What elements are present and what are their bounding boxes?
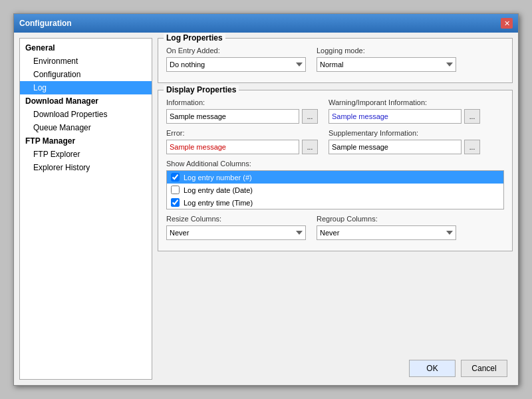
logging-mode-select[interactable]: Normal Verbose Silent xyxy=(317,57,456,72)
error-field: Error: ... xyxy=(166,129,318,154)
display-row-1: Information: ... Warning/Imporant Inform… xyxy=(166,98,504,124)
resize-label: Resize Columns: xyxy=(166,215,306,223)
regroup-field: Regroup Columns: Never Always xyxy=(317,215,456,240)
supplementary-field: Supplementary Information: ... xyxy=(329,129,480,154)
additional-columns-group: Show Additional Columns: Log entry numbe… xyxy=(166,160,504,209)
supplementary-input[interactable] xyxy=(329,140,462,154)
supplementary-browse-btn[interactable]: ... xyxy=(464,140,480,154)
on-entry-field: On Entry Added: Do nothing Beep Flash wi… xyxy=(166,47,306,72)
sidebar-group-general: General xyxy=(20,41,152,55)
supplementary-label: Supplementary Information: xyxy=(329,129,480,137)
columns-list: Log entry number (#) Log entry date (Dat… xyxy=(166,170,504,209)
sidebar-group-download: Download Manager xyxy=(20,94,152,108)
column-checkbox-time[interactable] xyxy=(171,198,180,207)
information-input-row: ... xyxy=(166,109,318,124)
sidebar-item-download-properties[interactable]: Download Properties xyxy=(20,108,152,121)
main-content: Log Properties On Entry Added: Do nothin… xyxy=(158,38,513,380)
column-label-date: Log entry date (Date) xyxy=(184,186,253,194)
error-input[interactable] xyxy=(166,140,299,154)
sidebar-item-explorer-history[interactable]: Explorer History xyxy=(20,161,152,174)
bottom-buttons: OK Cancel xyxy=(158,357,513,380)
column-item-date[interactable]: Log entry date (Date) xyxy=(167,184,503,196)
warning-label: Warning/Imporant Information: xyxy=(329,98,480,106)
column-item-number[interactable]: Log entry number (#) xyxy=(167,171,503,184)
display-properties-section: Display Properties Information: ... Wa xyxy=(158,90,513,251)
column-label-time: Log entry time (Time) xyxy=(184,199,253,207)
supplementary-input-row: ... xyxy=(329,140,480,154)
logging-mode-label: Logging mode: xyxy=(317,47,456,55)
error-label: Error: xyxy=(166,129,318,137)
sidebar-item-queue-manager[interactable]: Queue Manager xyxy=(20,121,152,134)
window-body: General Environment Configuration Log Do… xyxy=(14,33,518,385)
sidebar-group-ftp: FTP Manager xyxy=(20,134,152,148)
title-bar: Configuration ✕ xyxy=(14,14,518,33)
log-props-row: On Entry Added: Do nothing Beep Flash wi… xyxy=(166,47,504,72)
error-input-row: ... xyxy=(166,140,318,154)
close-button[interactable]: ✕ xyxy=(501,18,513,29)
ok-button[interactable]: OK xyxy=(409,360,456,377)
column-label-number: Log entry number (#) xyxy=(184,174,252,182)
on-entry-select[interactable]: Do nothing Beep Flash window Show window xyxy=(166,57,306,72)
column-checkbox-number[interactable] xyxy=(171,173,180,182)
resize-select[interactable]: Never Always On content change xyxy=(166,225,306,240)
information-field: Information: ... xyxy=(166,98,318,124)
column-checkbox-date[interactable] xyxy=(171,186,180,194)
information-input[interactable] xyxy=(166,109,299,124)
config-window: Configuration ✕ General Environment Conf… xyxy=(13,13,519,386)
sidebar-item-configuration[interactable]: Configuration xyxy=(20,68,152,81)
display-row-2: Error: ... Supplementary Information: ..… xyxy=(166,129,504,154)
display-properties-content: Information: ... Warning/Imporant Inform… xyxy=(166,98,504,240)
logging-mode-field: Logging mode: Normal Verbose Silent xyxy=(317,47,456,72)
sidebar: General Environment Configuration Log Do… xyxy=(19,38,152,380)
sidebar-item-environment[interactable]: Environment xyxy=(20,55,152,68)
information-label: Information: xyxy=(166,98,318,106)
resize-field: Resize Columns: Never Always On content … xyxy=(166,215,306,240)
cancel-button[interactable]: Cancel xyxy=(461,360,507,377)
information-browse-btn[interactable]: ... xyxy=(302,109,318,124)
regroup-select[interactable]: Never Always xyxy=(317,225,456,240)
warning-input-row: ... xyxy=(329,109,480,124)
regroup-label: Regroup Columns: xyxy=(317,215,456,223)
warning-input[interactable] xyxy=(329,109,462,124)
warning-field: Warning/Imporant Information: ... xyxy=(329,98,480,124)
column-item-time[interactable]: Log entry time (Time) xyxy=(167,196,503,209)
error-browse-btn[interactable]: ... xyxy=(302,140,318,154)
sidebar-item-ftp-explorer[interactable]: FTP Explorer xyxy=(20,148,152,161)
on-entry-label: On Entry Added: xyxy=(166,47,306,55)
log-properties-title: Log Properties xyxy=(164,33,225,43)
resize-regroup-row: Resize Columns: Never Always On content … xyxy=(166,215,504,240)
sidebar-item-log[interactable]: Log xyxy=(20,81,152,94)
additional-columns-label: Show Additional Columns: xyxy=(166,160,504,168)
window-title: Configuration xyxy=(19,19,72,28)
warning-browse-btn[interactable]: ... xyxy=(464,109,480,124)
display-properties-title: Display Properties xyxy=(164,85,239,94)
log-properties-section: Log Properties On Entry Added: Do nothin… xyxy=(158,38,513,83)
log-properties-content: On Entry Added: Do nothing Beep Flash wi… xyxy=(166,47,504,72)
